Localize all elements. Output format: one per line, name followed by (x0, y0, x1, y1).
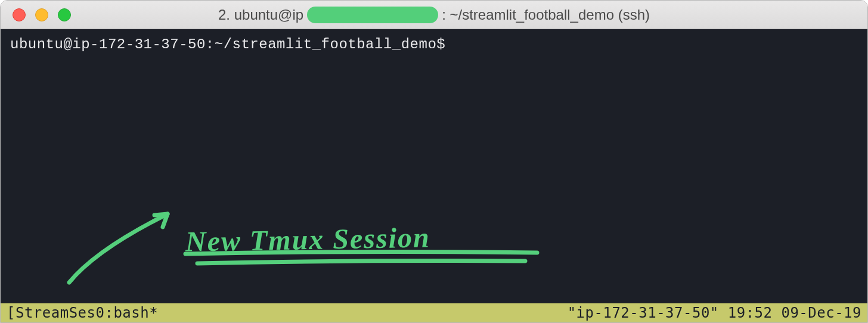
annotation-label: New Tmux Session (185, 220, 431, 257)
redacted-host (307, 7, 438, 23)
title-prefix: 2. ubuntu@ip (218, 7, 303, 23)
title-suffix: : ~/streamlit_football_demo (ssh) (442, 7, 650, 23)
maximize-button[interactable] (58, 8, 71, 21)
terminal-pane[interactable]: ubuntu@ip-172-31-37-50:~/streamlit_footb… (1, 29, 867, 303)
close-button[interactable] (13, 8, 26, 21)
traffic-lights (13, 8, 71, 21)
arrow-annotation (60, 202, 203, 285)
shell-prompt: ubuntu@ip-172-31-37-50:~/streamlit_footb… (10, 36, 858, 52)
window-title: 2. ubuntu@ip : ~/streamlit_football_demo… (1, 7, 867, 23)
minimize-button[interactable] (35, 8, 48, 21)
annotation-underline (179, 247, 549, 271)
terminal-window: 2. ubuntu@ip : ~/streamlit_football_demo… (0, 0, 868, 323)
tmux-statusbar: [StreamSes0:bash* "ip-172-31-37-50" 19:5… (1, 303, 867, 322)
tmux-host-time: "ip-172-31-37-50" 19:52 09-Dec-19 (568, 305, 861, 321)
window-titlebar: 2. ubuntu@ip : ~/streamlit_football_demo… (1, 1, 867, 29)
tmux-session-info: [StreamSes0:bash* (7, 305, 158, 321)
